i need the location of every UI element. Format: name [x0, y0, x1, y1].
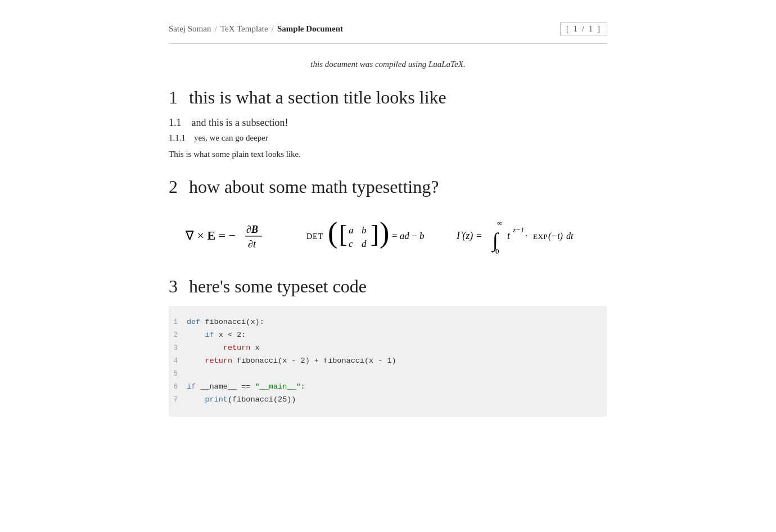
line-num-3: 3 — [169, 342, 187, 354]
code-content-6: if __name__ == "__main__": — [187, 381, 305, 394]
section-3-title: 3 here's some typeset code — [169, 276, 607, 297]
math-curl-svg: ∇ × E = − ∂B ∂t — [184, 216, 274, 255]
svg-text:DET: DET — [306, 232, 323, 241]
section-1-num: 1 — [169, 87, 178, 108]
code-content-5 — [187, 368, 191, 381]
svg-text:(−t): (−t) — [548, 231, 563, 241]
line-num-6: 6 — [169, 381, 187, 393]
line-num-7: 7 — [169, 394, 187, 405]
code-content-3: return x — [187, 342, 260, 355]
code-line-6: 6 if __name__ == "__main__": — [169, 381, 597, 394]
math-det-svg: DET ( [ a b c d ] ) = ad − bc — [306, 213, 425, 258]
svg-text:dt: dt — [566, 231, 574, 241]
svg-text:): ) — [380, 217, 389, 249]
breadcrumb-sep2: / — [272, 24, 274, 34]
svg-text:∇ × E = −: ∇ × E = − — [185, 228, 236, 242]
breadcrumb-sep1: / — [214, 24, 216, 34]
code-content-7: print(fibonacci(25)) — [187, 394, 296, 407]
section-1-body: This is what some plain text looks like. — [169, 147, 607, 161]
breadcrumb-project[interactable]: TeX Template — [220, 24, 268, 34]
breadcrumb-author: Satej Soman — [169, 24, 211, 34]
code-block: 1 def fibonacci(x): 2 if x < 2: 3 return… — [169, 306, 607, 417]
math-formula-curl: ∇ × E = − ∂B ∂t — [184, 216, 274, 255]
code-line-3: 3 return x — [169, 342, 597, 355]
section-3-label: here's some typeset code — [189, 276, 367, 297]
svg-text:t: t — [507, 230, 511, 241]
code-content-1: def fibonacci(x): — [187, 316, 264, 329]
subsubsection-1-1-1-num: 1.1.1 — [169, 133, 192, 142]
page-container: Satej Soman / TeX Template / Sample Docu… — [135, 0, 641, 439]
svg-text:b: b — [362, 225, 367, 236]
subsection-1-1-label: and this is a subsection! — [192, 117, 288, 128]
compile-notice: this document was compiled using LuaLaTe… — [169, 60, 607, 69]
svg-text:Γ(z) =: Γ(z) = — [457, 230, 482, 242]
breadcrumb-document: Sample Document — [277, 24, 343, 34]
svg-text:z−1: z−1 — [512, 226, 524, 234]
line-num-2: 2 — [169, 330, 187, 341]
code-line-2: 2 if x < 2: — [169, 329, 597, 342]
subsection-1-1-num: 1.1 — [169, 117, 189, 128]
section-3-num: 3 — [169, 276, 178, 297]
section-1-title: 1 this is what a section title looks lik… — [169, 87, 607, 108]
math-gamma-svg: Γ(z) = ∫ 0 ∞ t z−1 · EXP (−t) dt — [457, 213, 592, 258]
code-line-1: 1 def fibonacci(x): — [169, 316, 597, 329]
svg-text:·: · — [525, 231, 527, 241]
breadcrumb: Satej Soman / TeX Template / Sample Docu… — [169, 22, 607, 44]
svg-text:d: d — [362, 238, 367, 249]
svg-text:EXP: EXP — [533, 232, 548, 241]
line-num-1: 1 — [169, 317, 187, 328]
code-content-4: return fibonacci(x - 2) + fibonacci(x - … — [187, 355, 396, 368]
math-display: ∇ × E = − ∂B ∂t DET ( [ a b c d — [169, 213, 607, 258]
code-line-4: 4 return fibonacci(x - 2) + fibonacci(x … — [169, 355, 597, 368]
subsection-1-1-title: 1.1 and this is a subsection! — [169, 117, 607, 129]
code-line-7: 7 print(fibonacci(25)) — [169, 394, 597, 407]
section-2-num: 2 — [169, 177, 178, 197]
page-indicator: [ 1 / 1 ] — [560, 22, 607, 35]
section-2-label: how about some math typesetting? — [189, 177, 439, 197]
code-line-5: 5 — [169, 368, 597, 381]
section-2-title: 2 how about some math typesetting? — [169, 177, 607, 197]
svg-text:= ad − bc: = ad − bc — [392, 231, 425, 241]
svg-text:∞: ∞ — [497, 219, 502, 227]
math-formula-gamma: Γ(z) = ∫ 0 ∞ t z−1 · EXP (−t) dt — [457, 213, 592, 258]
svg-text:0: 0 — [495, 247, 499, 255]
math-formula-det: DET ( [ a b c d ] ) = ad − bc — [306, 213, 425, 258]
svg-text:(: ( — [328, 217, 337, 249]
line-num-4: 4 — [169, 355, 187, 367]
line-num-5: 5 — [169, 368, 187, 380]
svg-text:a: a — [349, 225, 354, 236]
svg-text:∂B: ∂B — [246, 224, 258, 235]
subsubsection-1-1-1-label: yes, we can go deeper — [194, 133, 268, 142]
svg-text:c: c — [349, 238, 353, 249]
section-1-label: this is what a section title looks like — [189, 87, 446, 108]
svg-text:]: ] — [371, 220, 379, 248]
subsubsection-1-1-1-title: 1.1.1 yes, we can go deeper — [169, 133, 607, 143]
svg-text:[: [ — [339, 220, 348, 248]
breadcrumb-left: Satej Soman / TeX Template / Sample Docu… — [169, 24, 343, 34]
code-content-2: if x < 2: — [187, 329, 246, 342]
svg-text:∂t: ∂t — [248, 238, 256, 250]
